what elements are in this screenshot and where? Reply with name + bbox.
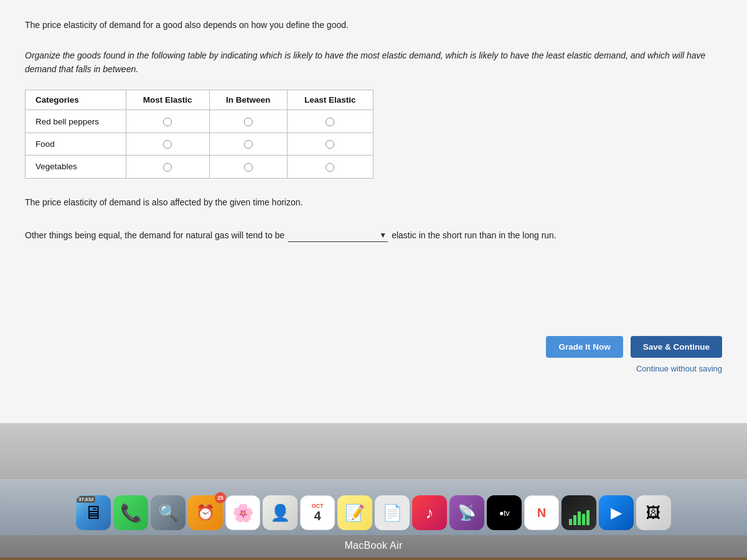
dock-item-finder[interactable]: 🖥 37,632 (76, 495, 111, 531)
radio-red-bell-least[interactable] (326, 118, 334, 126)
tv-label: ●tv (499, 508, 509, 518)
dock-item-news[interactable]: N (524, 495, 559, 531)
dock-item-notes[interactable]: 📝 (337, 495, 372, 531)
keynote-icon: ▶ (599, 495, 634, 530)
dock-item-files[interactable]: 📄 (375, 495, 410, 531)
elasticity-dropdown-wrapper[interactable]: less more equally ▼ (288, 229, 388, 242)
radio-cell[interactable] (126, 110, 209, 133)
activity-icon: ⏰ 25 (188, 495, 223, 530)
radio-food-most[interactable] (163, 140, 172, 149)
finder-badge: 37,632 (77, 496, 95, 503)
dock-area: 🖥 37,632 📞 🔍 ⏰ 25 🌸 (0, 423, 747, 560)
dock-item-appletv[interactable]: ●tv (487, 495, 522, 531)
category-red-bell: Red bell peppers (26, 110, 126, 133)
radio-cell[interactable] (209, 133, 287, 155)
dock-item-calendar[interactable]: OCT 4 (300, 495, 335, 531)
preview-icon: 🖼 (636, 495, 671, 530)
radio-food-least[interactable] (326, 140, 334, 149)
activity-badge: 25 (215, 492, 226, 503)
elasticity-dropdown[interactable]: less more equally (288, 229, 388, 242)
question-prefix: Other things being equal, the demand for… (25, 230, 284, 240)
col-header-in-between: In Between (209, 90, 287, 110)
phone-icon: 📞 (113, 495, 148, 530)
calendar-month: OCT (312, 503, 324, 509)
stocks-icon (561, 495, 596, 530)
continue-without-saving-link[interactable]: Continue without saving (636, 364, 722, 373)
primary-buttons-row: Grade It Now Save & Continue (546, 336, 722, 358)
radio-cell[interactable] (209, 156, 287, 178)
elasticity-table-wrapper: Categories Most Elastic In Between Least… (25, 90, 722, 178)
col-header-least-elastic: Least Elastic (287, 90, 373, 110)
finder-stripe (0, 558, 747, 560)
dock-item-contacts[interactable]: 👤 (263, 495, 298, 531)
radio-cell[interactable] (209, 110, 287, 133)
dock-item-photos[interactable]: 🌸 (225, 495, 260, 531)
photos-icon: 🌸 (225, 495, 260, 530)
notes-icon: 📝 (337, 495, 372, 530)
svg-rect-3 (582, 514, 585, 525)
dock-item-stocks[interactable] (561, 495, 596, 531)
elasticity-table: Categories Most Elastic In Between Least… (25, 90, 374, 178)
svg-rect-0 (569, 519, 572, 525)
calendar-date: 4 (314, 509, 321, 523)
radio-red-bell-between[interactable] (244, 118, 253, 126)
category-vegetables: Vegetables (26, 156, 126, 178)
table-row: Food (26, 133, 374, 155)
news-icon: N (524, 495, 559, 530)
dock-item-podcasts[interactable]: 📡 (449, 495, 484, 531)
radio-cell[interactable] (287, 156, 373, 178)
col-header-categories: Categories (26, 90, 126, 110)
radio-cell[interactable] (126, 133, 209, 155)
table-row: Red bell peppers (26, 110, 374, 133)
svg-rect-1 (573, 515, 576, 525)
col-header-most-elastic: Most Elastic (126, 90, 209, 110)
svg-rect-4 (586, 510, 590, 525)
contacts-icon: 👤 (263, 495, 298, 530)
grade-it-now-button[interactable]: Grade It Now (546, 336, 622, 358)
spotlight-icon: 🔍 (151, 495, 186, 530)
macbook-label: MacBook Air (0, 535, 747, 560)
radio-veg-between[interactable] (244, 163, 253, 172)
content-area: The price elasticity of demand for a goo… (0, 0, 747, 423)
calendar-icon: OCT 4 (300, 495, 335, 530)
finder-icon: 🖥 37,632 (76, 495, 111, 530)
appletv-icon: ●tv (487, 495, 522, 530)
radio-cell[interactable] (287, 110, 373, 133)
category-food: Food (26, 133, 126, 155)
dock-item-phone[interactable]: 📞 (113, 495, 148, 531)
files-icon: 📄 (375, 495, 410, 530)
dock-item-music[interactable]: ♪ (412, 495, 447, 531)
buttons-area: Grade It Now Save & Continue Continue wi… (546, 336, 722, 373)
question-suffix: elastic in the short run than in the lon… (392, 230, 557, 240)
radio-red-bell-most[interactable] (163, 118, 172, 126)
dock-item-search[interactable]: 🔍 (151, 495, 186, 531)
intro-paragraph: The price elasticity of demand for a goo… (25, 19, 722, 32)
question-row: Other things being equal, the demand for… (25, 229, 722, 242)
time-horizon-paragraph: The price elasticity of demand is also a… (25, 196, 722, 209)
instruction-paragraph: Organize the goods found in the followin… (25, 49, 722, 76)
music-icon: ♪ (412, 495, 447, 530)
radio-cell[interactable] (287, 133, 373, 155)
dock-item-keynote[interactable]: ▶ (599, 495, 634, 531)
podcasts-icon: 📡 (449, 495, 484, 530)
table-row: Vegetables (26, 156, 374, 178)
radio-veg-most[interactable] (163, 163, 172, 172)
save-continue-button[interactable]: Save & Continue (631, 336, 722, 358)
svg-rect-2 (578, 511, 581, 525)
radio-veg-least[interactable] (326, 163, 334, 172)
dock-item-preview[interactable]: 🖼 (636, 495, 671, 531)
dock-bar: 🖥 37,632 📞 🔍 ⏰ 25 🌸 (0, 479, 747, 535)
dock-item-activity[interactable]: ⏰ 25 (188, 495, 223, 531)
radio-cell[interactable] (126, 156, 209, 178)
radio-food-between[interactable] (244, 140, 253, 149)
